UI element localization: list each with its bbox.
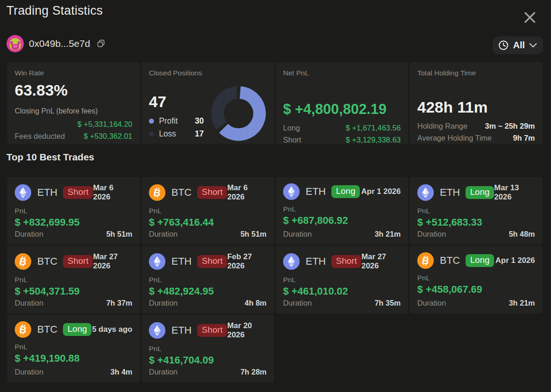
close-button[interactable] [523,10,537,25]
long-pnl-label: Long [283,124,300,132]
trade-card[interactable]: B BTC Short Mar 27 2026 PnL $ +504,371.5… [7,246,140,313]
duration-value: 5h 51m [240,230,267,239]
profit-count: 30 [195,116,204,126]
pnl-value: $ +687,806.92 [283,215,401,227]
net-pnl-label: Net PnL [283,69,401,77]
copy-address-button[interactable] [96,39,106,49]
duration-label: Duration [283,299,312,307]
pnl-value: $ +416,704.09 [149,354,267,366]
side-badge: Short [63,255,93,268]
closing-pnl-label: Closing PnL (before fees) [15,107,132,115]
duration-value: 5h 51m [106,230,132,239]
btc-icon: B [149,184,165,201]
trade-card[interactable]: ETH Short Feb 27 2026 PnL $ +482,924.95 … [142,246,274,313]
side-badge: Long [466,254,494,267]
avg-holding-value: 9h 7m [513,134,535,142]
best-trades-title: Top 10 Best Trades [6,152,94,163]
duration-label: Duration [149,299,177,307]
pnl-label: PnL [15,343,132,351]
coin-symbol: ETH [37,187,57,199]
duration-label: Duration [149,368,177,376]
trade-date: 5 days ago [92,325,132,334]
duration-value: 7h 35m [375,299,401,307]
side-badge: Short [197,186,227,199]
win-rate-value: 63.83% [15,81,132,99]
copy-icon [96,39,106,49]
duration-value: 4h 8m [244,299,267,307]
eth-icon [149,322,165,339]
pnl-value: $ +832,699.95 [15,216,132,228]
pnl-label: PnL [15,207,132,215]
fees-deducted-label: Fees deducted [15,132,65,141]
coin-symbol: ETH [306,256,326,267]
trade-card[interactable]: ETH Long Apr 1 2026 PnL $ +687,806.92 Du… [276,177,408,244]
trade-date: Mar 13 2026 [494,183,535,202]
trade-date: Apr 1 2026 [361,187,401,196]
trade-date: Apr 1 2026 [495,256,535,265]
duration-label: Duration [15,299,43,307]
trade-card[interactable]: B BTC Long 5 days ago PnL $ +419,190.88 … [7,315,140,382]
trade-card[interactable]: B BTC Long Apr 1 2026 PnL $ +458,067.69 … [410,246,542,313]
btc-icon: B [15,321,31,338]
coin-symbol: ETH [171,256,192,267]
duration-label: Duration [15,368,43,376]
avg-holding-label: Average Holding Time [417,134,492,142]
time-filter-value: All [513,40,525,51]
trade-date: Feb 27 2026 [227,252,267,271]
duration-value: 3h 21m [509,299,535,307]
legend-loss: Loss 17 [149,129,210,139]
eth-icon [149,253,165,270]
duration-value: 7h 28m [240,368,267,376]
donut-legend: Profit 30 Loss 17 [149,116,210,139]
pnl-label: PnL [283,205,401,213]
trade-card[interactable]: ETH Short Mar 20 2026 PnL $ +416,704.09 … [142,315,274,382]
fees-deducted-value: $ +530,362.01 [84,132,132,141]
legend-profit: Profit 30 [149,116,210,126]
wallet-address: 0x049b...5e7d [29,38,90,49]
side-badge: Long [63,323,91,336]
pnl-value: $ +419,190.88 [15,352,132,364]
duration-label: Duration [417,299,446,307]
duration-value: 3h 21m [375,230,401,239]
coin-symbol: ETH [440,187,460,199]
duration-label: Duration [417,230,446,239]
page-title: Trading Statistics [6,4,103,18]
side-badge: Short [197,255,227,268]
trade-card[interactable]: B BTC Short Mar 6 2026 PnL $ +763,416.44… [142,177,274,244]
eth-icon [283,183,300,200]
btc-icon: B [417,252,434,269]
coin-symbol: BTC [37,324,57,335]
trade-date: Mar 27 2026 [93,252,132,271]
pnl-value: $ +763,416.44 [149,216,267,228]
duration-value: 5h 48m [509,230,535,239]
pnl-value: $ +458,067.69 [417,284,535,295]
net-pnl-value: $ +4,800,802.19 [283,101,401,118]
trade-card[interactable]: ETH Short Mar 27 2026 PnL $ +461,010.02 … [276,246,408,313]
coin-symbol: ETH [306,186,326,198]
stats-row: Win Rate 63.83% Closing PnL (before fees… [7,62,542,144]
stat-card-net-pnl: Net PnL $ +4,800,802.19 Long $ +1,671,46… [276,62,408,144]
trade-date: Mar 27 2026 [361,252,401,271]
holding-range-value: 3m ~ 25h 29m [485,122,535,131]
pnl-label: PnL [15,276,132,284]
pnl-value: $ +512,683.33 [417,216,535,228]
wallet-row: 0x049b...5e7d [6,35,106,52]
profit-label: Profit [159,116,195,126]
time-filter-dropdown[interactable]: All [493,36,543,54]
pnl-label: PnL [417,207,535,215]
trade-card[interactable]: ETH Short Mar 6 2026 PnL $ +832,699.95 D… [7,177,140,244]
trade-date: Mar 6 2026 [227,183,267,202]
duration-label: Duration [149,230,177,239]
loss-dot-icon [149,131,154,136]
trade-date: Mar 6 2026 [93,183,132,202]
loss-label: Loss [159,129,195,139]
short-pnl-label: Short [283,136,301,144]
trade-card[interactable]: ETH Long Mar 13 2026 PnL $ +512,683.33 D… [410,177,542,244]
duration-label: Duration [15,230,43,239]
stat-card-holding-time: Total Holding Time 428h 11m Holding Rang… [410,62,542,144]
coin-symbol: BTC [440,255,460,267]
long-pnl-value: $ +1,671,463.56 [346,124,401,132]
eth-icon [417,184,434,201]
eth-icon [283,253,300,270]
side-badge: Short [63,186,93,199]
